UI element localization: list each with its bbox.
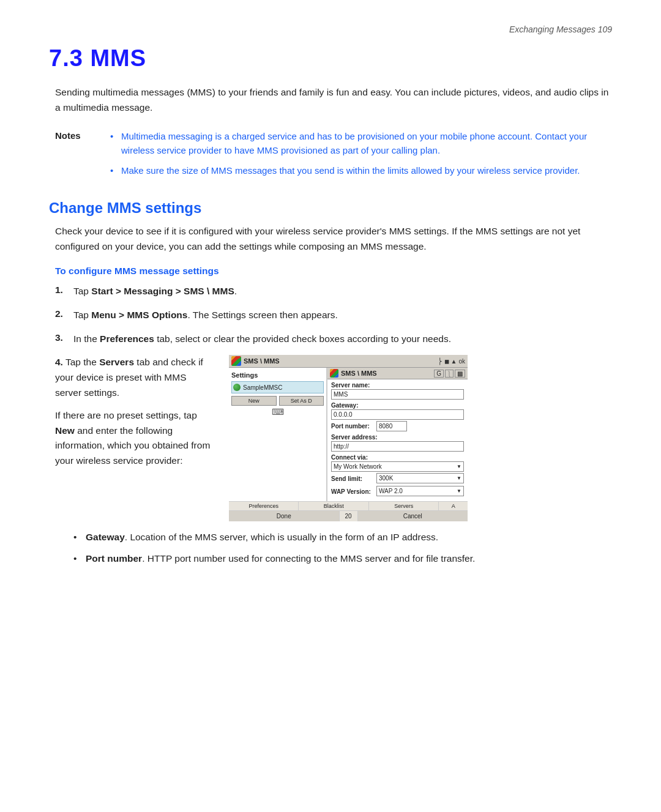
- intro-paragraph: Sending multimedia messages (MMS) to you…: [55, 85, 612, 116]
- phone-top-bar: SMS \ MMS ⎬ ◼ ▲ ok: [229, 355, 468, 368]
- bullet-gateway-bold: Gateway: [86, 532, 125, 542]
- gateway-label: Gateway:: [331, 402, 464, 409]
- page-header-text: Exchanging Messages 109: [509, 24, 612, 34]
- step-4-bold1: Servers: [99, 357, 134, 367]
- phone-left-panel: Settings SampleMMSC New Set As D ⌨: [229, 368, 327, 501]
- port-number-label: Port number:: [331, 423, 374, 430]
- phone-left-buttons: New Set As D: [231, 396, 324, 406]
- phone-list-item: SampleMMSC: [231, 381, 324, 393]
- bullet-gateway: Gateway. Location of the MMS server, whi…: [73, 530, 612, 545]
- port-row: Port number: 8080: [331, 421, 464, 431]
- tab-servers[interactable]: Servers: [369, 502, 439, 510]
- phone-new-button[interactable]: New: [231, 396, 277, 406]
- task-title: To configure MMS message settings: [55, 266, 612, 277]
- wap-version-row: WAP Version: WAP 2.0 ▼: [331, 486, 464, 497]
- phone-tabs-row: Preferences Blacklist Servers A: [229, 501, 468, 510]
- wap-version-select[interactable]: WAP 2.0 ▼: [376, 486, 464, 496]
- steps-list: 1. Tap Start > Messaging > SMS \ MMS. 2.…: [55, 284, 612, 346]
- step-4-bold2: New: [55, 425, 75, 436]
- server-address-input[interactable]: http://: [331, 441, 464, 452]
- subsection-title: Change MMS settings: [49, 199, 612, 217]
- send-limit-row: Send limit: 300K ▼: [331, 473, 464, 485]
- notes-items: Multimedia messaging is a charged servic…: [110, 129, 612, 184]
- step-2-bold: Menu > MMS Options: [91, 310, 187, 320]
- phone-signal-icon: ⎱: [445, 370, 454, 378]
- keyboard-icon: ⌨: [231, 406, 324, 418]
- bullet-port-bold: Port number: [86, 553, 142, 564]
- step-1-bold: Start > Messaging > SMS \ MMS: [91, 286, 234, 296]
- sample-mmsc-label: SampleMMSC: [243, 384, 282, 391]
- note-item-2: Make sure the size of MMS messages that …: [110, 163, 612, 177]
- phone-panel-label: Settings: [231, 371, 324, 379]
- step-1: 1. Tap Start > Messaging > SMS \ MMS.: [55, 284, 612, 299]
- send-limit-label: Send limit:: [331, 475, 374, 482]
- step-3-bold: Preferences: [100, 333, 154, 344]
- notes-label: Notes: [55, 129, 110, 184]
- phone-minimize-btn[interactable]: G: [434, 370, 444, 378]
- phone-right-panel: SMS \ MMS G ⎱ ▩ Server name: MMS Gateway…: [327, 368, 468, 501]
- connect-via-arrow: ▼: [457, 464, 461, 469]
- phone-done-button[interactable]: Done: [229, 511, 340, 521]
- step-1-number: 1.: [55, 284, 73, 296]
- step-2-content: Tap Menu > MMS Options. The Settings scr…: [73, 308, 612, 323]
- windows-icon: [231, 356, 241, 366]
- page-header: Exchanging Messages 109: [49, 24, 612, 34]
- phone-cancel-button[interactable]: Cancel: [358, 511, 468, 521]
- bullet-section: Gateway. Location of the MMS server, whi…: [73, 530, 612, 567]
- server-name-input[interactable]: MMS: [331, 389, 464, 400]
- note-item-1: Multimedia messaging is a charged servic…: [110, 129, 612, 158]
- phone-middle-indicator: 20: [340, 511, 358, 521]
- subsection-body: Check your device to see if it is config…: [55, 224, 612, 255]
- section-number: 7.3: [49, 45, 83, 71]
- port-number-input[interactable]: 8080: [376, 421, 407, 431]
- phone-screenshot: SMS \ MMS ⎬ ◼ ▲ ok Settings SampleMMSC N…: [229, 355, 468, 521]
- step-3: 3. In the Preferences tab, select or cle…: [55, 332, 612, 347]
- connect-via-select[interactable]: My Work Network ▼: [331, 461, 464, 472]
- notes-block: Notes Multimedia messaging is a charged …: [55, 129, 612, 184]
- step-1-content: Tap Start > Messaging > SMS \ MMS.: [73, 284, 612, 299]
- tab-blacklist[interactable]: Blacklist: [299, 502, 368, 510]
- phone-right-controls: G ⎱ ▩: [434, 370, 465, 378]
- phone-battery-icon: ▩: [455, 370, 465, 378]
- server-name-label: Server name:: [331, 382, 464, 389]
- step-2: 2. Tap Menu > MMS Options. The Settings …: [55, 308, 612, 323]
- bullet-port: Port number. HTTP port number used for c…: [73, 551, 612, 567]
- step-3-content: In the Preferences tab, select or clear …: [73, 332, 612, 347]
- phone-right-title: SMS \ MMS: [341, 370, 431, 377]
- sample-mmsc-icon: [233, 384, 241, 391]
- connect-via-label: Connect via:: [331, 454, 464, 461]
- send-limit-arrow: ▼: [457, 475, 461, 481]
- step-4-number: 4.: [55, 357, 63, 367]
- right-win-icon: [330, 369, 338, 378]
- phone-top-title: SMS \ MMS: [244, 357, 435, 365]
- send-limit-select[interactable]: 300K ▼: [376, 473, 464, 483]
- server-address-label: Server address:: [331, 434, 464, 441]
- gateway-input[interactable]: 0.0.0.0: [331, 409, 464, 420]
- step-4-text: 4. Tap the Servers tab and check if your…: [55, 355, 214, 469]
- step-4-layout: 4. Tap the Servers tab and check if your…: [55, 355, 612, 521]
- phone-top-status: ⎬ ◼ ▲ ok: [438, 358, 465, 365]
- phone-setas-button[interactable]: Set As D: [279, 396, 324, 406]
- step-2-number: 2.: [55, 308, 73, 319]
- wap-version-label: WAP Version:: [331, 488, 374, 495]
- section-title: 7.3 MMS: [49, 45, 612, 72]
- tab-extra[interactable]: A: [439, 502, 468, 510]
- tab-preferences[interactable]: Preferences: [229, 502, 299, 510]
- section-heading: MMS: [90, 45, 146, 71]
- phone-bottom-bar: Done 20 Cancel: [229, 510, 468, 521]
- step-3-number: 3.: [55, 332, 73, 343]
- wap-version-arrow: ▼: [457, 488, 461, 494]
